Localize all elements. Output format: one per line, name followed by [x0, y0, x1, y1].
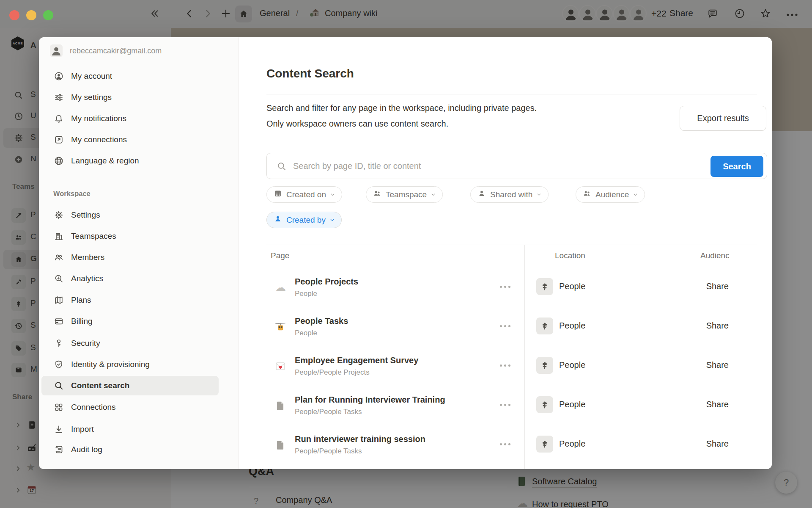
page-icon [274, 399, 287, 412]
account-email: rebeccamcakir@gmail.com [70, 47, 162, 55]
teamspace-flower-icon [536, 357, 553, 374]
teamspace-flower-icon [536, 278, 553, 295]
zoom-window-button[interactable] [43, 10, 53, 20]
menu-item-audit-log[interactable]: Audit log [39, 439, 239, 460]
map-icon [53, 295, 64, 305]
shield-check-icon [53, 359, 64, 370]
title-divider [266, 94, 757, 94]
page-title: Content Search [266, 67, 354, 80]
person-circle-icon [53, 71, 64, 81]
menu-item-my-notifications[interactable]: My notifications [39, 108, 239, 129]
members-icon [53, 252, 64, 262]
key-icon [53, 338, 64, 348]
arrow-out-box-icon [53, 135, 64, 145]
table-row[interactable]: ☁ People Projects People People Share [266, 267, 729, 306]
account-header: rebeccamcakir@gmail.com [50, 44, 162, 57]
menu-item-import[interactable]: Import [39, 419, 239, 440]
search-icon [276, 161, 287, 174]
export-results-button[interactable]: Export results [680, 106, 766, 131]
column-header-page[interactable]: Page [271, 251, 289, 260]
table-header-divider [266, 266, 729, 266]
table-top-divider [266, 245, 757, 245]
menu-item-billing[interactable]: Billing [39, 311, 239, 332]
import-arrow-icon [53, 424, 64, 434]
sliders-icon [53, 92, 64, 102]
chevron-down-icon [536, 190, 542, 199]
teamspace-flower-icon [536, 318, 553, 334]
gear-icon [53, 210, 64, 220]
menu-section-workspace: Workspace [53, 190, 91, 198]
table-row[interactable]: Employee Engagement Survey People/People… [266, 346, 729, 385]
menu-item-settings[interactable]: Settings [39, 204, 239, 226]
page-description: Search and filter for any page in the wo… [266, 100, 537, 132]
menu-item-plans[interactable]: Plans [39, 290, 239, 311]
search-input[interactable] [293, 154, 708, 178]
account-avatar [50, 44, 63, 57]
filter-audience[interactable]: Audience [576, 186, 645, 203]
search-icon [53, 381, 64, 391]
page-icon [274, 439, 287, 451]
globe-icon [53, 156, 64, 166]
search-bar: Search [266, 153, 767, 179]
menu-item-my-settings[interactable]: My settings [39, 87, 239, 108]
people-icon [373, 189, 382, 200]
menu-item-language-region[interactable]: Language & region [39, 150, 239, 171]
chevron-down-icon [431, 190, 436, 199]
table-row[interactable]: Plan for Running Interviewer Training Pe… [266, 385, 729, 425]
settings-menu: rebeccamcakir@gmail.com My account My se… [39, 37, 239, 469]
teamspace-flower-icon [536, 396, 553, 413]
menu-item-security[interactable]: Security [39, 333, 239, 354]
building-icon [53, 231, 64, 241]
love-letter-page-icon [274, 360, 287, 373]
menu-item-my-account[interactable]: My account [39, 66, 239, 87]
menu-item-analytics[interactable]: Analytics [39, 268, 239, 289]
tramway-page-icon [274, 320, 287, 333]
screen: General / Company wiki +22 Share [0, 0, 812, 508]
cloud-page-icon: ☁ [274, 281, 287, 294]
bell-icon [53, 113, 64, 124]
calendar-icon [273, 189, 283, 200]
chevron-down-icon [329, 215, 335, 225]
menu-item-my-connections[interactable]: My connections [39, 129, 239, 150]
person-icon [273, 214, 283, 226]
search-button[interactable]: Search [710, 156, 763, 177]
teamspace-flower-icon [536, 436, 553, 453]
menu-item-connections[interactable]: Connections [39, 397, 239, 418]
filter-created-on[interactable]: Created on [266, 186, 342, 203]
menu-item-teamspaces[interactable]: Teamspaces [39, 226, 239, 247]
table-row[interactable]: Run interviewer training session People/… [266, 425, 729, 464]
menu-item-content-search[interactable]: Content search [41, 376, 219, 395]
grid-icon [53, 402, 64, 412]
column-header-audience[interactable]: Audience [700, 251, 729, 260]
column-header-location[interactable]: Location [555, 251, 585, 260]
menu-item-members[interactable]: Members [39, 247, 239, 268]
filter-created-by-active[interactable]: Created by [266, 212, 342, 228]
people-icon [582, 189, 592, 200]
content-search-panel: Content Search Search and filter for any… [239, 37, 772, 469]
filter-shared-with[interactable]: Shared with [470, 186, 549, 203]
minimize-window-button[interactable] [26, 10, 36, 20]
chevron-down-icon [633, 190, 638, 199]
analytics-search-icon [53, 273, 64, 284]
menu-item-identity-provisioning[interactable]: Identity & provisioning [39, 354, 239, 375]
person-icon [477, 189, 486, 200]
table-row[interactable]: People Tasks People People Share [266, 306, 729, 346]
chevron-down-icon [330, 190, 335, 199]
filter-teamspace[interactable]: Teamspace [366, 186, 443, 203]
close-window-button[interactable] [9, 10, 19, 20]
settings-modal: rebeccamcakir@gmail.com My account My se… [39, 37, 772, 469]
credit-card-icon [53, 316, 64, 326]
scroll-icon [53, 444, 64, 455]
